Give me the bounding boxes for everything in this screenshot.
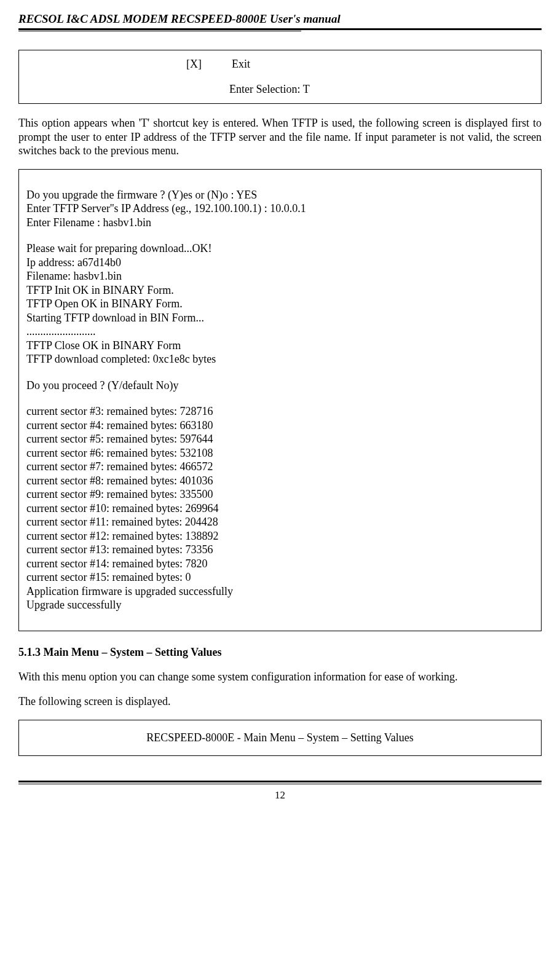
menu-box: [X] Exit Enter Selection: T — [18, 50, 542, 104]
menu-exit-line: [X] Exit — [186, 58, 534, 71]
terminal-line: Enter TFTP Server''s IP Address (eg., 19… — [26, 202, 534, 216]
setting-values-title-box: RECSPEED-8000E - Main Menu – System – Se… — [18, 720, 542, 756]
menu-enter-selection: Enter Selection: T — [229, 83, 534, 96]
page-number: 12 — [18, 789, 542, 801]
terminal-line: TFTP Close OK in BINARY Form — [26, 339, 534, 353]
setting-values-title: RECSPEED-8000E - Main Menu – System – Se… — [26, 731, 534, 744]
terminal-line: TFTP Open OK in BINARY Form. — [26, 297, 534, 311]
terminal-line: current sector #6: remained bytes: 53210… — [26, 446, 534, 460]
terminal-line: Enter Filename : hasbv1.bin — [26, 216, 534, 230]
terminal-line: current sector #11: remained bytes: 2044… — [26, 515, 534, 529]
section-heading-5-1-3: 5.1.3 Main Menu – System – Setting Value… — [18, 646, 542, 659]
terminal-line: Starting TFTP download in BIN Form... — [26, 311, 534, 325]
terminal-output-box: Do you upgrade the firmware ? (Y)es or (… — [18, 169, 542, 631]
terminal-line: ......................... — [26, 325, 534, 339]
terminal-line: current sector #5: remained bytes: 59764… — [26, 432, 534, 446]
terminal-line: current sector #8: remained bytes: 40103… — [26, 474, 534, 488]
terminal-line: current sector #13: remained bytes: 7335… — [26, 543, 534, 557]
terminal-line: TFTP Init OK in BINARY Form. — [26, 283, 534, 297]
terminal-line: Upgrade successfully — [26, 598, 534, 612]
terminal-line: TFTP download completed: 0xc1e8c bytes — [26, 352, 534, 366]
footer-divider-thin — [18, 784, 542, 784]
terminal-line: current sector #9: remained bytes: 33550… — [26, 487, 534, 502]
terminal-line: Filename: hasbv1.bin — [26, 269, 534, 283]
terminal-line: Please wait for preparing download...OK! — [26, 242, 534, 256]
document-header-title: RECSOL I&C ADSL MODEM RECSPEED-8000E Use… — [18, 12, 542, 26]
menu-exit-label: Exit — [232, 58, 250, 70]
terminal-line: current sector #15: remained bytes: 0 — [26, 570, 534, 585]
terminal-line: Ip address: a67d14b0 — [26, 256, 534, 270]
terminal-line: current sector #4: remained bytes: 66318… — [26, 419, 534, 433]
terminal-line: Application firmware is upgraded success… — [26, 585, 534, 599]
terminal-line: current sector #7: remained bytes: 46657… — [26, 460, 534, 474]
terminal-line: current sector #14: remained bytes: 7820 — [26, 557, 534, 571]
footer-divider-thick — [18, 781, 542, 782]
section-paragraph-2: The following screen is displayed. — [18, 695, 542, 709]
description-paragraph-1: This option appears when 'T' shortcut ke… — [18, 116, 542, 158]
terminal-line: current sector #3: remained bytes: 72871… — [26, 404, 534, 419]
section-paragraph-1: With this menu option you can change som… — [18, 670, 542, 684]
header-divider-thick — [18, 28, 542, 30]
terminal-line: Do you proceed ? (Y/default No)y — [26, 379, 534, 393]
header-divider-thin — [18, 31, 301, 31]
terminal-line: Do you upgrade the firmware ? (Y)es or (… — [26, 188, 534, 202]
menu-exit-key: [X] — [186, 58, 202, 70]
terminal-line: current sector #12: remained bytes: 1388… — [26, 529, 534, 543]
terminal-line: current sector #10: remained bytes: 2699… — [26, 502, 534, 516]
